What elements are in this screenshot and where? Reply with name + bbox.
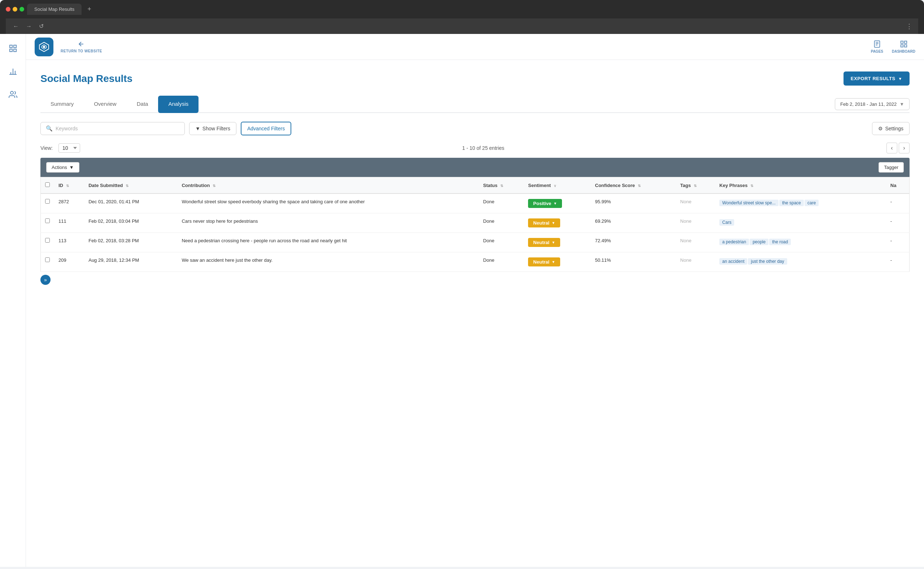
next-page-button[interactable]: ›: [899, 143, 910, 154]
filter-row: 🔍 ▼ Show Filters Advanced Filters ⚙ Sett…: [40, 122, 910, 135]
topbar-right: PAGES DASHBOARD: [871, 40, 915, 53]
sentiment-badge[interactable]: Neutral ▼: [528, 238, 560, 247]
row-tags: None: [676, 213, 715, 233]
keywords-input[interactable]: [56, 126, 179, 131]
logo: [35, 38, 53, 56]
pages-label: PAGES: [871, 49, 883, 53]
sentiment-badge[interactable]: Positive ▼: [528, 199, 562, 208]
export-results-button[interactable]: EXPORT RESULTS ▼: [843, 72, 910, 85]
key-phrase-tag: the road: [769, 239, 791, 245]
row-na: -: [886, 213, 910, 233]
tab-overview[interactable]: Overview: [84, 96, 127, 113]
row-date: Feb 02, 2018, 03:04 PM: [84, 213, 177, 233]
row-status: Done: [479, 193, 524, 213]
sidebar-item-chart[interactable]: [6, 64, 20, 79]
row-sentiment[interactable]: Neutral ▼: [524, 213, 591, 233]
date-range-picker[interactable]: Feb 2, 2018 - Jan 11, 2022 ▼: [835, 98, 910, 110]
row-status: Done: [479, 213, 524, 233]
table-header-bar: Actions ▼ Tagger: [40, 158, 910, 177]
browser-menu-button[interactable]: ⋮: [906, 22, 912, 30]
dashboard-button[interactable]: DASHBOARD: [892, 40, 915, 53]
row-confidence: 69.29%: [591, 213, 676, 233]
sentiment-badge[interactable]: Neutral ▼: [528, 218, 560, 227]
topbar: RETURN TO WEBSITE PAGES: [26, 34, 924, 60]
sentiment-dropdown-icon: ▼: [552, 260, 555, 264]
prev-page-button[interactable]: ‹: [886, 143, 897, 154]
row-contribution: We saw an accident here just the other d…: [177, 253, 479, 272]
svg-point-11: [43, 46, 45, 48]
table-row: 209 Aug 29, 2018, 12:34 PM We saw an acc…: [41, 253, 910, 272]
date-range-caret-icon: ▼: [900, 102, 904, 107]
col-key-phrases: Key Phrases ⇅: [715, 177, 886, 194]
show-filters-button[interactable]: ▼ Show Filters: [189, 122, 236, 135]
key-phrase-tag: care: [804, 200, 819, 206]
key-phrase-tag: the space: [779, 200, 804, 206]
search-icon: 🔍: [46, 125, 53, 132]
page-title: Social Map Results: [40, 73, 132, 84]
tab-analysis[interactable]: Analysis: [158, 96, 199, 113]
sidebar: [0, 34, 26, 567]
sidebar-item-grid[interactable]: [6, 41, 20, 56]
forward-button[interactable]: →: [24, 22, 33, 31]
row-checkbox-cell: [41, 253, 55, 272]
select-all-header: [41, 177, 55, 194]
svg-rect-2: [10, 49, 12, 52]
main-content: Social Map Results EXPORT RESULTS ▼ Summ…: [26, 60, 924, 567]
tab-summary[interactable]: Summary: [40, 96, 84, 113]
col-status: Status ⇅: [479, 177, 524, 194]
row-checkbox[interactable]: [45, 199, 50, 204]
svg-rect-0: [10, 45, 12, 48]
svg-rect-16: [901, 41, 903, 43]
data-table: ID ⇅ Date Submitted ⇅ Contribution ⇅ Sta…: [40, 177, 910, 272]
return-to-website-button[interactable]: RETURN TO WEBSITE: [61, 40, 102, 53]
row-checkbox-cell: [41, 193, 55, 213]
sentiment-dropdown-icon: ▼: [553, 201, 557, 205]
settings-button[interactable]: ⚙ Settings: [872, 122, 910, 135]
filter-icon: ▼: [195, 126, 200, 131]
table-row: 113 Feb 02, 2018, 03:28 PM Need a pedest…: [41, 233, 910, 253]
row-checkbox-cell: [41, 213, 55, 233]
actions-button[interactable]: Actions ▼: [46, 162, 79, 173]
row-id: 2872: [54, 193, 84, 213]
svg-rect-19: [904, 45, 906, 47]
entries-info: 1 - 10 of 25 entries: [86, 145, 881, 151]
back-button[interactable]: ←: [12, 22, 20, 31]
row-date: Feb 02, 2018, 03:28 PM: [84, 233, 177, 253]
row-sentiment[interactable]: Positive ▼: [524, 193, 591, 213]
refresh-button[interactable]: ↺: [38, 21, 45, 31]
row-contribution: Need a pedestrian crossing here - people…: [177, 233, 479, 253]
sidebar-item-users[interactable]: [6, 87, 20, 102]
sentiment-badge[interactable]: Neutral ▼: [528, 257, 560, 266]
row-checkbox[interactable]: [45, 218, 50, 223]
select-all-checkbox[interactable]: [45, 182, 50, 187]
tagger-button[interactable]: Tagger: [878, 162, 904, 173]
close-button[interactable]: [6, 7, 11, 12]
view-select[interactable]: 10 25 50 100: [58, 143, 80, 153]
key-phrase-tag: an accident: [719, 258, 747, 265]
key-phrase-tag: a pedestrian: [719, 239, 749, 245]
row-checkbox[interactable]: [45, 257, 50, 262]
row-sentiment[interactable]: Neutral ▼: [524, 253, 591, 272]
pages-button[interactable]: PAGES: [871, 40, 883, 53]
return-label: RETURN TO WEBSITE: [61, 49, 102, 53]
sentiment-dropdown-icon: ▼: [552, 221, 555, 225]
add-tab-button[interactable]: +: [87, 5, 91, 13]
expand-button[interactable]: »: [40, 275, 50, 285]
row-tags: None: [676, 193, 715, 213]
row-sentiment[interactable]: Neutral ▼: [524, 233, 591, 253]
svg-rect-18: [901, 45, 903, 47]
key-phrase-tag: Cars: [719, 219, 734, 226]
row-key-phrases: an accidentjust the other day: [715, 253, 886, 272]
row-date: Dec 01, 2020, 01:41 PM: [84, 193, 177, 213]
svg-point-8: [11, 91, 13, 94]
col-date-submitted: Date Submitted ⇅: [84, 177, 177, 194]
advanced-filters-button[interactable]: Advanced Filters: [241, 122, 291, 135]
row-checkbox-cell: [41, 233, 55, 253]
tabs-row: Summary Overview Data Analysis Feb 2, 20…: [40, 96, 910, 113]
table-row: 111 Feb 02, 2018, 03:04 PM Cars never st…: [41, 213, 910, 233]
browser-tab[interactable]: Social Map Results: [27, 4, 82, 15]
row-checkbox[interactable]: [45, 238, 50, 243]
tab-data[interactable]: Data: [127, 96, 158, 113]
maximize-button[interactable]: [20, 7, 24, 12]
minimize-button[interactable]: [13, 7, 17, 12]
